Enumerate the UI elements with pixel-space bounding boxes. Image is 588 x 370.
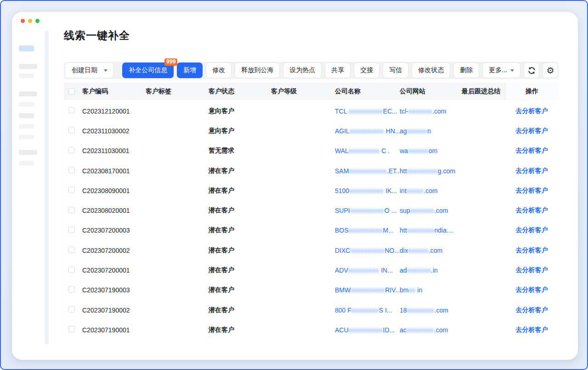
share-button[interactable]: 共享	[325, 63, 351, 78]
column-header: 公司网站	[400, 87, 462, 96]
company-website-link[interactable]: httxxxxxxxxndia....	[400, 227, 462, 234]
analyze-customer-link[interactable]: 去分析客户	[516, 226, 548, 234]
more-button[interactable]: 更多...	[482, 63, 520, 78]
row-checkbox[interactable]	[68, 227, 75, 233]
table-body: C202312120001 意向客户 TCL xxxxxxxxxxEC... t…	[64, 101, 559, 340]
redacted-text: xxxxx	[407, 187, 424, 194]
select-all-checkbox[interactable]	[68, 88, 75, 95]
analyze-customer-link[interactable]: 去分析客户	[516, 127, 548, 135]
text: DIXC	[335, 247, 350, 254]
write-email-button[interactable]: 写信	[383, 63, 408, 78]
customer-status: 意向客户	[209, 107, 271, 115]
row-checkbox[interactable]	[68, 107, 75, 114]
set-hotspot-button[interactable]: 设为热点	[283, 63, 322, 78]
company-website-link[interactable]: httxxxxxxxxxg.com	[400, 167, 462, 175]
company-name-link[interactable]: 5100xxxxxxxxxx IK...	[335, 187, 400, 194]
sidebar-skeleton-item	[19, 150, 37, 155]
analyze-customer-link[interactable]: 去分析客户	[516, 266, 548, 274]
text: htt	[400, 167, 407, 175]
company-name-link[interactable]: 800 FxxxxxxxxS I...	[335, 307, 400, 314]
minimize-button[interactable]	[28, 19, 32, 23]
delete-button[interactable]: 删除	[453, 63, 479, 78]
company-name-link[interactable]: AGILxxxxxxxxxx HN...	[335, 127, 400, 135]
text: n	[428, 127, 431, 135]
row-checkbox[interactable]	[68, 167, 75, 173]
analyze-customer-link[interactable]: 去分析客户	[516, 147, 548, 155]
analyze-customer-link[interactable]: 去分析客户	[516, 167, 548, 175]
text: 18	[400, 307, 407, 314]
company-name-link[interactable]: TCL xxxxxxxxxxEC...	[335, 108, 400, 115]
analyze-customer-link[interactable]: 去分析客户	[516, 326, 548, 334]
zoom-button[interactable]	[35, 19, 40, 23]
release-to-pool-button[interactable]: 释放到公海	[235, 63, 280, 78]
company-name-link[interactable]: ACUxxxxxxxxxxID...	[335, 326, 400, 334]
analyze-customer-link[interactable]: 去分析客户	[516, 286, 548, 294]
company-name-link[interactable]: WALxxxxxxxxx C .	[335, 147, 400, 154]
redacted-text: xxxxxxxxxxx	[349, 167, 387, 175]
text: WAL	[335, 147, 349, 154]
edit-button[interactable]: 修改	[206, 63, 232, 78]
table-row: C202311030001 暂无需求 WALxxxxxxxxx C . waxx…	[64, 141, 559, 161]
row-checkbox[interactable]	[68, 326, 75, 332]
add-new-button[interactable]: 新增	[177, 63, 203, 78]
company-website-link[interactable]: tcl-xxxxxxx.com	[400, 108, 462, 115]
company-website-link[interactable]: supxxxxxxx.com	[400, 207, 462, 214]
row-checkbox[interactable]	[68, 207, 75, 213]
text: RIV...	[385, 286, 400, 294]
table-row: C202312120001 意向客户 TCL xxxxxxxxxxEC... t…	[64, 101, 559, 121]
redacted-text: xxxxxxxxxx	[350, 127, 384, 135]
row-checkbox[interactable]	[68, 127, 75, 133]
company-website-link[interactable]: waxxxxxxom	[400, 147, 462, 154]
row-checkbox[interactable]	[68, 306, 75, 313]
analyze-customer-link[interactable]: 去分析客户	[516, 187, 548, 195]
company-name-link[interactable]: SUPIxxxxxxxxxxO ...	[335, 207, 400, 214]
text: dix	[400, 247, 408, 254]
company-website-link[interactable]: acxxxxxxxx.com	[400, 326, 462, 334]
row-checkbox[interactable]	[68, 246, 75, 253]
row-checkbox[interactable]	[68, 147, 75, 154]
table-row: C202311030002 意向客户 AGILxxxxxxxxxx HN... …	[64, 121, 559, 141]
text: C .	[379, 147, 390, 154]
company-name-link[interactable]: DIXCxxxxxxxxxxNO...	[335, 247, 400, 254]
refresh-button[interactable]	[524, 63, 539, 78]
text: 5100	[335, 187, 349, 194]
customer-status: 潜在客户	[209, 167, 271, 175]
company-website-link[interactable]: bmxx in	[400, 286, 462, 294]
analyze-customer-link[interactable]: 去分析客户	[516, 107, 548, 115]
company-name-link[interactable]: BOSxxxxxxxxxxM...	[335, 227, 400, 234]
row-checkbox[interactable]	[68, 286, 75, 293]
handover-button[interactable]: 交接	[354, 63, 379, 78]
row-checkbox[interactable]	[68, 187, 75, 193]
redacted-text: xxxxxxxxx	[348, 267, 379, 274]
company-name-link[interactable]: ADVxxxxxxxxx IN...	[335, 267, 400, 274]
text: AGIL	[335, 127, 350, 135]
column-header: 公司名称	[335, 87, 400, 96]
settings-button[interactable]: ⚙	[543, 63, 558, 78]
date-filter-select[interactable]: 创建日期	[65, 63, 113, 78]
text: ndia....	[435, 227, 454, 234]
change-status-button[interactable]: 修改状态	[412, 63, 450, 78]
company-website-link[interactable]: intxxxxx.com	[400, 187, 462, 194]
column-header: 客户状态	[209, 87, 271, 96]
column-header: 最后跟进总结	[462, 87, 505, 96]
analyze-customer-link[interactable]: 去分析客户	[516, 206, 548, 215]
company-website-link[interactable]: 18xxxxxxxx.com	[400, 307, 462, 314]
row-checkbox[interactable]	[68, 267, 75, 273]
sidebar-skeleton-item	[19, 74, 34, 78]
analyze-customer-link[interactable]: 去分析客户	[516, 306, 548, 314]
text: SAM	[335, 167, 349, 175]
company-website-link[interactable]: adxxxxxxx.in	[400, 267, 462, 274]
company-website-link[interactable]: dixxxxxxx.com	[400, 247, 462, 254]
complete-company-info-button[interactable]: 补全公司信息999	[122, 63, 174, 78]
company-website-link[interactable]: agxxxxxxn	[400, 127, 462, 135]
company-name-link[interactable]: BMWxxxxxxxxxxRIV...	[335, 286, 400, 294]
sidebar-item-active[interactable]	[19, 46, 34, 51]
button-label: 写信	[389, 66, 402, 74]
redacted-text: xxxxxxxxx	[349, 147, 380, 154]
analyze-customer-link[interactable]: 去分析客户	[516, 246, 548, 255]
table-header: 客户编码客户标签客户状态客户等级公司名称公司网站最后跟进总结操作	[64, 83, 559, 100]
customer-status: 潜在客户	[209, 226, 271, 234]
close-button[interactable]	[21, 19, 25, 23]
company-name-link[interactable]: SAMxxxxxxxxxxx.ET...	[335, 167, 400, 175]
customer-status: 潜在客户	[209, 306, 271, 314]
